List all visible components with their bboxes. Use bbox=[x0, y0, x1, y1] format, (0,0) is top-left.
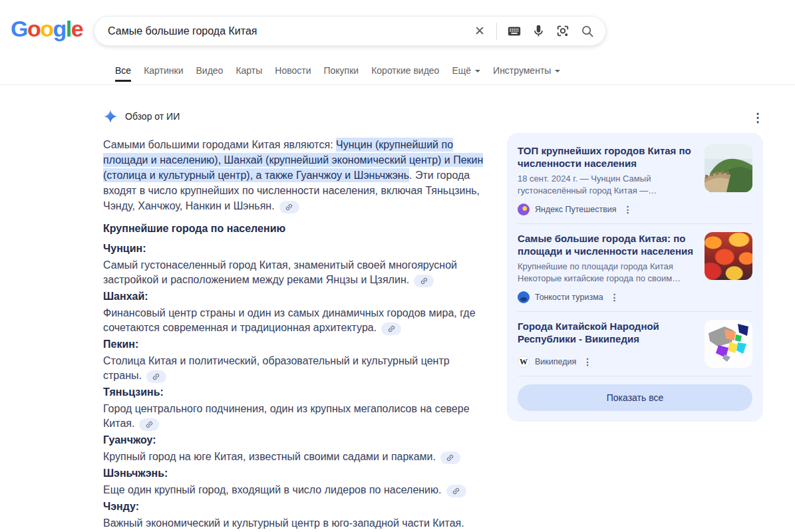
card-title[interactable]: Города Китайской Народной Республики - В… bbox=[518, 320, 695, 345]
wikipedia-favicon: W bbox=[518, 356, 530, 368]
city-entry: Гуанчжоу: Крупный город на юге Китая, из… bbox=[103, 434, 487, 464]
divider bbox=[518, 376, 752, 376]
card-options-icon[interactable]: ⋮ bbox=[583, 356, 592, 367]
city-description: Финансовый центр страны и один из самых … bbox=[103, 306, 487, 335]
citation-chip[interactable] bbox=[146, 370, 166, 383]
search-tabs: Все Картинки Видео Карты Новости Покупки… bbox=[115, 65, 560, 82]
card-snippet: 18 сент. 2024 г. — Чунцин Самый густонас… bbox=[518, 173, 695, 197]
thumbnail-great-wall[interactable] bbox=[705, 144, 752, 192]
city-entry: Тяньцзинь: Город центрального подчинения… bbox=[103, 386, 487, 431]
citation-chip[interactable] bbox=[381, 323, 401, 335]
search-bar[interactable]: ✕ bbox=[94, 16, 606, 46]
card-title[interactable]: ТОП крупнейших городов Китая по численно… bbox=[518, 144, 695, 170]
city-description: Самый густонаселенный город Китая, знаме… bbox=[103, 258, 487, 287]
show-all-button[interactable]: Показать все bbox=[518, 384, 752, 411]
city-description: Столица Китая и политический, образовате… bbox=[103, 354, 487, 383]
clear-icon[interactable]: ✕ bbox=[474, 25, 486, 37]
card-snippet: Крупнейшие по площади города Китая Некот… bbox=[518, 261, 695, 285]
tab-maps[interactable]: Карты bbox=[236, 65, 262, 82]
citation-chip[interactable] bbox=[414, 275, 434, 287]
city-entry: Шэньчжэнь: Еще один крупный город, входя… bbox=[103, 467, 487, 497]
chevron-down-icon bbox=[555, 70, 560, 72]
link-icon bbox=[283, 201, 295, 213]
ai-overview: Обзор от ИИ Самыми большими городами Кит… bbox=[103, 109, 487, 532]
link-icon bbox=[450, 485, 462, 497]
thumbnail-china-map[interactable] bbox=[705, 320, 752, 368]
link-icon bbox=[418, 275, 430, 287]
tab-shopping[interactable]: Покупки bbox=[323, 65, 359, 82]
card-title[interactable]: Самые большие города Китая: по площади и… bbox=[518, 232, 695, 257]
section-heading: Крупнейшие города по населению bbox=[103, 222, 487, 235]
city-name: Шанхай: bbox=[103, 290, 487, 303]
city-description: Крупный город на юге Китая, известный св… bbox=[103, 450, 487, 464]
city-name: Гуанчжоу: bbox=[103, 434, 487, 447]
chevron-down-icon bbox=[475, 70, 480, 72]
sources-panel: ТОП крупнейших городов Китая по численно… bbox=[507, 133, 763, 422]
tab-videos[interactable]: Видео bbox=[196, 65, 223, 82]
header-divider bbox=[0, 84, 795, 85]
source-card[interactable]: ТОП крупнейших городов Китая по численно… bbox=[518, 144, 752, 215]
ai-overview-label: Обзор от ИИ bbox=[125, 111, 180, 122]
divider bbox=[518, 223, 752, 224]
city-name: Чэнду: bbox=[103, 500, 487, 513]
search-icon[interactable] bbox=[580, 24, 595, 39]
ai-overview-text: Самыми большими городами Китая являются:… bbox=[103, 137, 487, 213]
city-description: Важный экономический и культурный центр … bbox=[103, 516, 487, 532]
city-description: Еще один крупный город, входящий в число… bbox=[103, 483, 487, 497]
divider bbox=[496, 23, 497, 40]
link-icon bbox=[444, 452, 456, 464]
card-options-icon[interactable]: ⋮ bbox=[610, 292, 619, 303]
source-name: Яндекс Путешествия bbox=[535, 205, 617, 214]
tab-more[interactable]: Ещё bbox=[452, 65, 480, 82]
city-name: Пекин: bbox=[103, 338, 487, 351]
citation-chip[interactable] bbox=[279, 201, 299, 213]
city-name: Шэньчжэнь: bbox=[103, 467, 487, 480]
link-icon bbox=[143, 418, 155, 430]
city-entry: Чэнду: Важный экономический и культурный… bbox=[103, 500, 487, 532]
tab-short-videos[interactable]: Короткие видео bbox=[371, 65, 439, 82]
divider bbox=[518, 311, 752, 312]
link-icon bbox=[385, 323, 397, 334]
source-card[interactable]: Самые большие города Китая: по площади и… bbox=[518, 232, 752, 303]
city-name: Чунцин: bbox=[103, 242, 487, 255]
tonkosti-turizma-favicon bbox=[518, 291, 530, 303]
search-input[interactable] bbox=[108, 25, 474, 37]
google-logo[interactable]: Google bbox=[11, 15, 82, 42]
city-entry: Чунцин: Самый густонаселенный город Кита… bbox=[103, 242, 487, 287]
thumbnail-red-lanterns[interactable] bbox=[705, 232, 752, 280]
source-name: Википедия bbox=[535, 357, 576, 366]
card-options-icon[interactable]: ⋮ bbox=[623, 204, 633, 215]
tab-news[interactable]: Новости bbox=[275, 65, 311, 82]
tab-all[interactable]: Все bbox=[115, 65, 131, 82]
lens-icon[interactable] bbox=[556, 24, 570, 39]
source-name: Тонкости туризма bbox=[535, 293, 603, 302]
citation-chip[interactable] bbox=[139, 418, 159, 431]
sparkle-icon bbox=[103, 109, 118, 124]
keyboard-icon[interactable] bbox=[507, 24, 522, 39]
ai-overview-options-icon[interactable]: ⋮ bbox=[752, 111, 764, 124]
link-icon bbox=[150, 370, 162, 382]
mic-icon[interactable] bbox=[532, 24, 546, 38]
citation-chip[interactable] bbox=[446, 485, 466, 497]
source-card[interactable]: Города Китайской Народной Республики - В… bbox=[518, 320, 752, 368]
yandex-travel-favicon bbox=[518, 203, 530, 215]
city-entry: Шанхай: Финансовый центр страны и один и… bbox=[103, 290, 487, 335]
city-entry: Пекин: Столица Китая и политический, обр… bbox=[103, 338, 487, 383]
tab-tools[interactable]: Инструменты bbox=[493, 65, 560, 82]
city-name: Тяньцзинь: bbox=[103, 386, 487, 399]
city-description: Город центрального подчинения, один из к… bbox=[103, 402, 487, 431]
tab-images[interactable]: Картинки bbox=[144, 65, 183, 82]
citation-chip[interactable] bbox=[440, 452, 460, 464]
